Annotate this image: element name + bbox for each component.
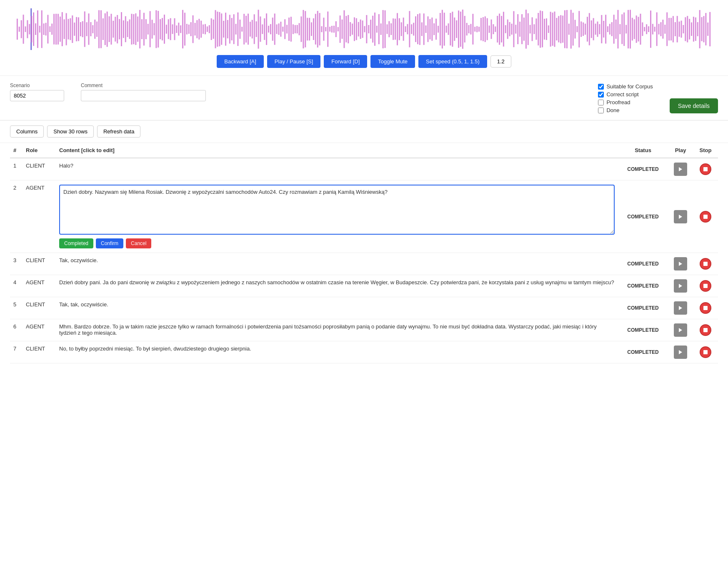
svg-rect-221 — [466, 23, 468, 35]
svg-rect-279 — [585, 24, 586, 35]
svg-rect-339 — [707, 23, 708, 36]
svg-rect-310 — [648, 26, 649, 32]
cell-content[interactable]: Dzień dobry pani. Ja do pani dzwonię w z… — [56, 275, 618, 297]
svg-rect-232 — [489, 25, 490, 33]
svg-rect-264 — [554, 12, 555, 47]
cell-content[interactable]: Dzień dobry. Nazywam się Milena Rosiak. … — [56, 180, 618, 253]
stop-button[interactable] — [699, 257, 712, 270]
cell-content[interactable]: Tak, oczywiście. — [56, 253, 618, 275]
svg-rect-130 — [280, 22, 281, 37]
svg-rect-123 — [266, 13, 267, 45]
checkbox-corpus-input[interactable] — [598, 84, 604, 90]
svg-rect-54 — [125, 16, 126, 42]
checkbox-done-input[interactable] — [598, 108, 604, 113]
svg-rect-326 — [681, 21, 682, 38]
svg-rect-219 — [462, 10, 463, 49]
speed-input[interactable] — [490, 55, 511, 68]
edit-textarea[interactable]: Dzień dobry. Nazywam się Milena Rosiak. … — [59, 185, 615, 235]
svg-rect-329 — [687, 16, 688, 42]
cell-role: AGENT — [23, 275, 56, 297]
confirm-button[interactable]: Confirm — [96, 238, 123, 248]
save-details-button[interactable]: Save details — [670, 98, 718, 113]
svg-rect-26 — [68, 19, 69, 39]
svg-rect-252 — [530, 25, 531, 34]
play-button[interactable] — [674, 346, 687, 359]
svg-rect-93 — [205, 24, 206, 35]
svg-rect-203 — [429, 19, 430, 40]
svg-rect-65 — [148, 24, 149, 35]
columns-button[interactable]: Columns — [10, 125, 44, 138]
svg-rect-249 — [523, 18, 525, 41]
svg-rect-169 — [360, 20, 361, 39]
svg-rect-165 — [352, 24, 353, 35]
checkbox-proofread-input[interactable] — [598, 100, 604, 105]
svg-rect-263 — [552, 13, 553, 46]
svg-rect-323 — [675, 22, 676, 36]
cell-content[interactable]: Halo? — [56, 158, 618, 180]
svg-rect-34 — [84, 11, 85, 47]
checkbox-correct-input[interactable] — [598, 92, 604, 98]
svg-rect-70 — [158, 11, 159, 48]
play-button[interactable] — [674, 210, 687, 223]
svg-rect-181 — [385, 10, 386, 48]
svg-rect-146 — [313, 18, 314, 40]
svg-rect-177 — [376, 26, 378, 33]
stop-button[interactable] — [699, 301, 712, 315]
svg-rect-247 — [519, 22, 520, 37]
checkbox-done-label: Done — [606, 107, 619, 113]
forward-button[interactable]: Forward [D] — [324, 55, 367, 68]
svg-rect-149 — [319, 13, 320, 45]
play-button[interactable] — [674, 279, 687, 293]
scenario-input[interactable] — [10, 90, 64, 101]
checkbox-done: Done — [598, 107, 653, 113]
cancel-button[interactable]: Cancel — [126, 238, 151, 248]
set-speed-button[interactable]: Set speed (0.5, 1, 1.5) — [418, 55, 487, 68]
backward-button[interactable]: Backward [A] — [217, 55, 264, 68]
svg-rect-61 — [139, 10, 140, 48]
checkbox-proofread: Proofread — [598, 99, 653, 105]
svg-rect-175 — [372, 16, 373, 43]
play-button[interactable] — [674, 163, 687, 176]
svg-rect-284 — [595, 24, 596, 35]
cell-status: COMPLETED — [618, 319, 668, 341]
svg-rect-254 — [533, 24, 535, 34]
svg-rect-72 — [162, 18, 163, 40]
stop-button[interactable] — [699, 163, 712, 176]
stop-button[interactable] — [699, 346, 712, 359]
svg-rect-115 — [250, 22, 251, 37]
svg-rect-218 — [460, 12, 461, 47]
svg-rect-86 — [190, 22, 192, 36]
svg-rect-262 — [550, 12, 551, 47]
play-button[interactable] — [674, 257, 687, 270]
svg-rect-234 — [493, 24, 494, 34]
svg-rect-35 — [86, 22, 88, 36]
svg-rect-103 — [225, 13, 226, 45]
scenario-label: Scenario — [10, 83, 64, 88]
play-button[interactable] — [674, 301, 687, 315]
stop-button[interactable] — [699, 323, 712, 337]
svg-rect-127 — [274, 14, 275, 45]
svg-rect-94 — [207, 26, 208, 32]
svg-rect-133 — [286, 25, 288, 34]
play-pause-button[interactable]: Play / Pause [S] — [267, 55, 321, 68]
show-rows-button[interactable]: Show 30 rows — [47, 125, 94, 138]
svg-marker-343 — [679, 262, 682, 266]
svg-rect-327 — [683, 25, 684, 33]
stop-button[interactable] — [699, 210, 712, 223]
svg-marker-346 — [679, 328, 682, 332]
svg-rect-336 — [701, 17, 703, 41]
cell-content[interactable]: No, to byłby poprzedni miesiąc. To był s… — [56, 341, 618, 363]
svg-rect-285 — [597, 22, 598, 37]
svg-rect-212 — [448, 23, 449, 35]
refresh-button[interactable]: Refresh data — [97, 125, 140, 138]
comment-input[interactable] — [81, 90, 206, 101]
completed-button[interactable]: Completed — [59, 238, 93, 248]
toggle-mute-button[interactable]: Toggle Mute — [370, 55, 415, 68]
svg-rect-265 — [556, 18, 557, 40]
svg-rect-291 — [609, 24, 610, 35]
cell-content[interactable]: Tak, tak, oczywiście. — [56, 297, 618, 319]
stop-button[interactable] — [699, 279, 712, 293]
table-row: 5CLIENTTak, tak, oczywiście.COMPLETED — [10, 297, 718, 319]
play-button[interactable] — [674, 323, 687, 337]
cell-content[interactable]: Mhm. Bardzo dobrze. To ja w takim razie … — [56, 319, 618, 341]
